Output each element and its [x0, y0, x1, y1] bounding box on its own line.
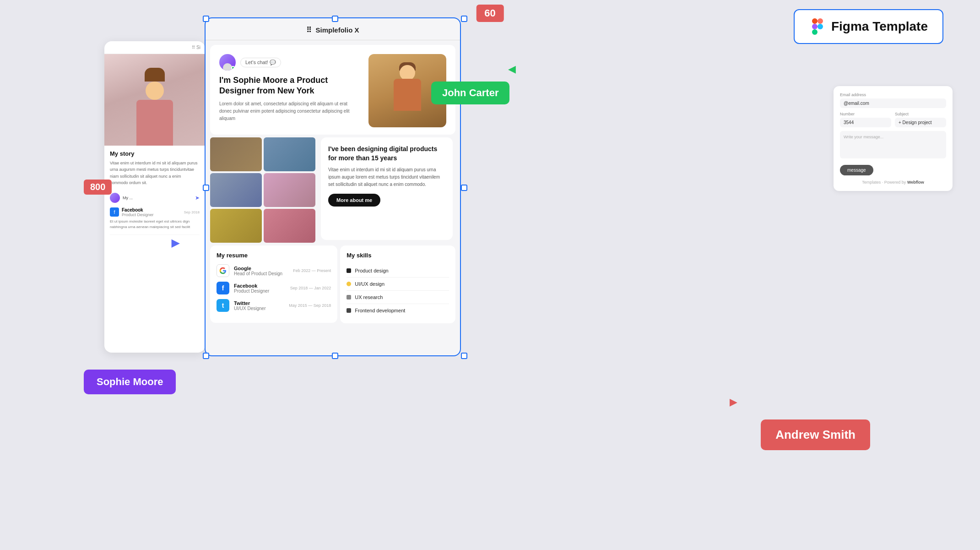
my-story-text: Vitae enim ut interdum id mi sit id aliq…: [110, 160, 200, 186]
skill-item-frontend: Frontend development: [347, 304, 449, 317]
email-input[interactable]: @email.com: [840, 98, 946, 108]
company-name: Google: [234, 266, 288, 271]
date-range: Feb 2022 — Present: [293, 268, 331, 273]
hero-title: I'm Sophie Moore a Product Designer from…: [219, 75, 361, 97]
hero-section: Let's chat! 💬 I'm Sophie Moore a Product…: [210, 45, 455, 135]
handle-tl[interactable]: [203, 16, 209, 22]
photo-2: [264, 137, 315, 171]
photo-5: [210, 209, 262, 243]
tl-company-info: Facebook Product Designer: [122, 207, 154, 217]
webflow-link[interactable]: Webflow: [907, 180, 924, 185]
cursor-right-top-icon: ◀: [508, 63, 516, 75]
send-message-button[interactable]: message: [840, 165, 873, 175]
tl-header: f Facebook Product Designer Sep 2018: [110, 207, 200, 217]
webflow-footer: Templates · Powered by Webflow: [840, 180, 946, 185]
more-about-button[interactable]: More about me: [328, 194, 380, 207]
number-label: Number: [840, 112, 891, 116]
twitter-logo: t: [217, 299, 229, 312]
cursor-left-icon: ◀: [172, 236, 180, 249]
photo-grid: [210, 137, 315, 243]
number-subject-row: Number 3544 Subject + Design project: [840, 112, 946, 131]
skills-title: My skills: [347, 252, 449, 259]
resume-container: My resume Google Head o: [210, 245, 337, 326]
number-input[interactable]: 3544: [840, 118, 891, 127]
andrew-smith-label: Andrew Smith: [761, 419, 870, 450]
left-card-photo: [104, 54, 205, 146]
number-row: Number 3544: [840, 112, 891, 127]
lc-head: [146, 82, 164, 100]
john-carter-label: John Carter: [431, 82, 509, 104]
figma-logo-icon: [809, 18, 826, 35]
hero-description: Lorem dolor sit amet, consectetur adipis…: [219, 100, 361, 122]
handle-bl[interactable]: [203, 353, 209, 359]
handle-bc[interactable]: [332, 353, 338, 359]
company-name: Facebook: [234, 283, 286, 289]
skill-item-ux-research: UX research: [347, 291, 449, 304]
form-card: Email address @email.com Number 3544 Sub…: [834, 86, 953, 191]
handle-ml[interactable]: [203, 185, 209, 191]
subject-row: Subject + Design project: [895, 112, 946, 127]
facebook-info: Facebook Product Designer: [234, 283, 286, 294]
avatar-row: Let's chat! 💬: [219, 54, 361, 71]
date-range: May 2015 — Sep 2018: [289, 303, 331, 308]
left-avatar-row: My ... ➤: [110, 193, 200, 203]
subject-label: Subject: [895, 112, 946, 116]
left-card-header: ⠿ Si: [104, 41, 205, 54]
svg-rect-2: [812, 24, 818, 29]
send-icon: ➤: [195, 195, 200, 201]
figma-template-label: Figma Template: [831, 19, 928, 34]
google-icon: [219, 267, 227, 274]
card-body: Let's chat! 💬 I'm Sophie Moore a Product…: [206, 40, 460, 354]
handle-br[interactable]: [461, 353, 467, 359]
tl-role: Product Designer: [122, 212, 154, 217]
svg-rect-3: [812, 29, 818, 35]
email-row: Email address @email.com: [840, 93, 946, 108]
badge-60: 60: [476, 5, 504, 22]
skills-container: My skills Product design UI/UX design UX…: [340, 245, 455, 326]
handle-mr[interactable]: [461, 185, 467, 191]
handle-tr[interactable]: [461, 16, 467, 22]
handle-tc[interactable]: [332, 16, 338, 22]
right-form-area: Email address @email.com Number 3544 Sub…: [834, 86, 953, 191]
tl-text: Et ut ipsum molestie laoreet eget est ul…: [110, 219, 200, 230]
tl-company: Facebook: [122, 207, 154, 212]
google-logo: [217, 264, 229, 277]
timeline-item-facebook: f Facebook Product Designer Sep 2018 Et …: [110, 207, 200, 235]
head: [400, 65, 415, 81]
left-portfolio-card: ⠿ Si My story Vitae enim ut interdum id …: [104, 41, 205, 353]
role-name: Head of Product Design: [234, 271, 288, 276]
svg-rect-1: [818, 18, 823, 24]
skill-dot-icon: [347, 268, 351, 273]
design-panel: I've been designing digital products for…: [321, 137, 453, 240]
lc-hair: [145, 68, 165, 82]
main-portfolio-card: ⠿ Simplefolio X Let's chat! 💬 I'm Sophie…: [205, 17, 461, 356]
twitter-info: Twitter UI/UX Designer: [234, 300, 284, 311]
role-name: Product Designer: [234, 289, 286, 294]
twitter-icon: t: [222, 302, 224, 309]
photo-1: [210, 137, 262, 171]
design-panel-desc: Vitae enim ut interdum id mi sit id aliq…: [328, 166, 445, 188]
badge-800: 800: [84, 180, 112, 195]
resume-item-twitter: t Twitter UI/UX Designer May 2015 — Sep …: [217, 299, 331, 312]
card-title: Simplefolio X: [315, 26, 359, 34]
google-info: Google Head of Product Design: [234, 266, 288, 276]
cursor-right-bottom-icon: ▶: [730, 396, 737, 408]
figma-template-badge: Figma Template: [794, 9, 943, 44]
message-row: Write your message...: [840, 131, 946, 158]
facebook-icon: f: [222, 284, 224, 292]
photo-4: [264, 173, 315, 207]
header-dots-icon: ⠿: [306, 26, 312, 34]
tl-fb-logo: f: [110, 207, 119, 217]
sophie-moore-label: Sophie Moore: [84, 370, 176, 394]
left-woman: [136, 68, 173, 146]
avatar: [219, 54, 236, 71]
skills-section: My skills Product design UI/UX design UX…: [340, 245, 455, 323]
skill-item-product-design: Product design: [347, 264, 449, 278]
resume-skills-section: My resume Google Head o: [206, 245, 460, 326]
hero-left: Let's chat! 💬 I'm Sophie Moore a Product…: [219, 54, 361, 127]
skill-dot-icon: [347, 282, 351, 286]
woman-figure: [384, 59, 430, 123]
resume-section: My resume Google Head o: [210, 245, 337, 323]
subject-input[interactable]: + Design project: [895, 118, 946, 127]
message-textarea[interactable]: Write your message...: [840, 131, 946, 158]
